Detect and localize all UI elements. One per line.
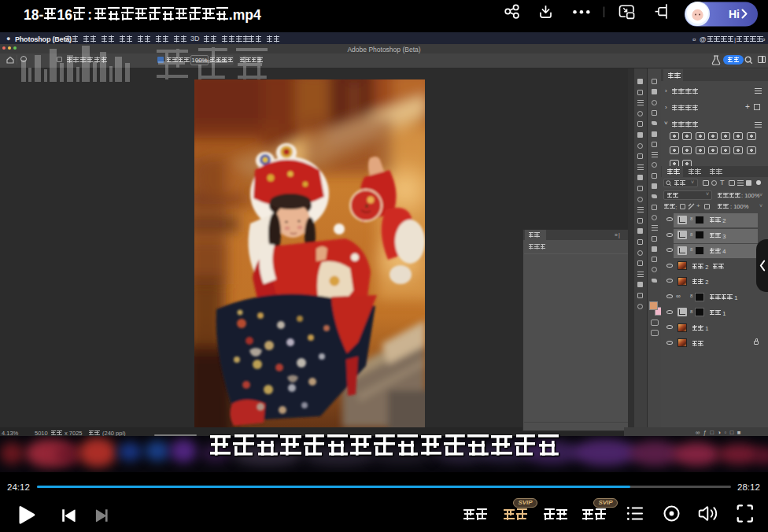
svg-text:Hi: Hi [729, 8, 740, 20]
